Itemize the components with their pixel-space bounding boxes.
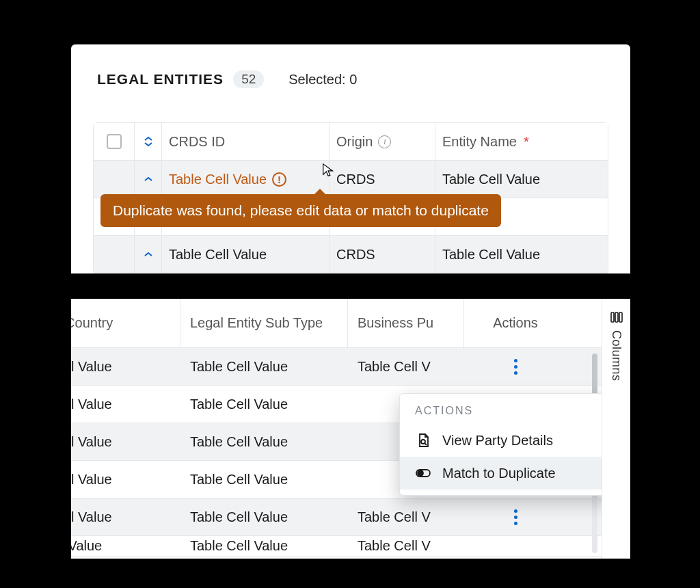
table-row[interactable]: ell Value Table Cell Value Table Cell V [71,536,602,557]
col-entity-name[interactable]: Entity Name* [435,123,608,160]
page-title: LEGAL ENTITIES [97,71,224,88]
columns-label: Columns [609,330,623,382]
actions-popover: ACTIONS View Party Details Match to Dupl… [399,393,602,496]
svg-rect-4 [615,312,618,322]
origin-value: CRDS [336,172,375,187]
cell-value: Table Cell Value [190,472,288,487]
columns-icon [610,311,623,323]
action-match-to-duplicate[interactable]: Match to Duplicate [400,457,602,490]
col-legal-entity-sub-type[interactable]: Legal Entity Sub Type [180,299,348,347]
col-expand [135,123,162,160]
entities-grid: le Country Legal Entity Sub Type Busines… [71,299,602,559]
cell-value: Cell Value [71,434,112,450]
cell-value: Table Cell V [358,509,431,525]
header: LEGAL ENTITIES 52 Selected: 0 [93,70,608,88]
action-label: View Party Details [442,433,553,449]
count-badge: 52 [233,70,264,88]
popover-header: ACTIONS [400,405,602,424]
svg-point-2 [418,470,423,476]
cell-value: Table Cell Value [190,359,288,375]
selected-count: Selected: 0 [288,72,357,88]
col-crds-id[interactable]: CRDS ID [162,123,329,160]
cursor-icon [321,163,336,178]
cell-value: Table Cell Value [190,434,288,450]
cell-value: Table Cell Value [190,538,288,554]
action-label: Match to Duplicate [442,466,556,481]
entity-name-value: Table Cell Value [442,247,540,263]
toggle-icon [415,465,431,481]
warning-icon[interactable]: ! [272,172,286,187]
cell-value: Cell Value [71,397,112,412]
info-icon[interactable]: i [378,135,391,148]
table-row[interactable]: Cell Value Table Cell Value Table Cell V [71,498,602,536]
table-row[interactable]: Table Cell Value ! CRDS Table Cell Value [94,161,608,198]
col-origin[interactable]: Origin i [329,123,435,160]
col-actions: Actions [464,299,567,347]
cell-value: Table Cell V [358,359,431,375]
chevron-up-icon[interactable] [144,252,152,257]
cell-value: Cell Value [71,359,112,375]
panel-legal-entities: LEGAL ENTITIES 52 Selected: 0 CRDS ID Or… [71,44,630,273]
select-all-checkbox[interactable] [107,134,122,149]
col-select [94,123,135,160]
crds-id-value: Table Cell Value [169,172,267,187]
row-actions-kebab[interactable] [514,359,517,375]
cell-value: Cell Value [71,509,112,525]
crds-id-value: Table Cell Value [169,247,267,263]
col-business-purpose[interactable]: Business Pu [348,299,464,347]
chevron-up-icon[interactable] [144,177,152,182]
origin-value: CRDS [336,247,375,263]
action-view-party-details[interactable]: View Party Details [400,424,602,457]
row-actions-kebab[interactable] [514,509,517,525]
svg-rect-3 [611,312,614,322]
cell-value: Table Cell V [358,538,431,554]
cell-value: Table Cell Value [190,509,288,525]
panel-entities-grid-right: le Country Legal Entity Sub Type Busines… [71,299,630,559]
col-domicile-country[interactable]: le Country [71,299,180,347]
table-row[interactable]: Table Cell Value CRDS Table Cell Value [94,236,608,273]
expand-collapse-all-icon[interactable] [142,135,154,148]
table-header-row: CRDS ID Origin i Entity Name* [94,123,608,161]
duplicate-warning-tooltip: Duplicate was found, please edit data or… [100,194,501,227]
required-marker: * [524,134,529,150]
document-search-icon [415,432,431,449]
entities-table: CRDS ID Origin i Entity Name* Table Cell… [93,122,608,273]
columns-toggle-rail[interactable]: Columns [602,299,630,559]
cell-value: Cell Value [71,472,112,487]
entity-name-value: Table Cell Value [442,172,540,187]
cell-value: Table Cell Value [190,397,288,412]
svg-point-0 [421,440,425,444]
svg-rect-5 [619,312,622,322]
cell-value: ell Value [71,538,102,554]
table-header-row: le Country Legal Entity Sub Type Busines… [71,299,602,348]
table-row[interactable]: Cell Value Table Cell Value Table Cell V [71,348,602,386]
